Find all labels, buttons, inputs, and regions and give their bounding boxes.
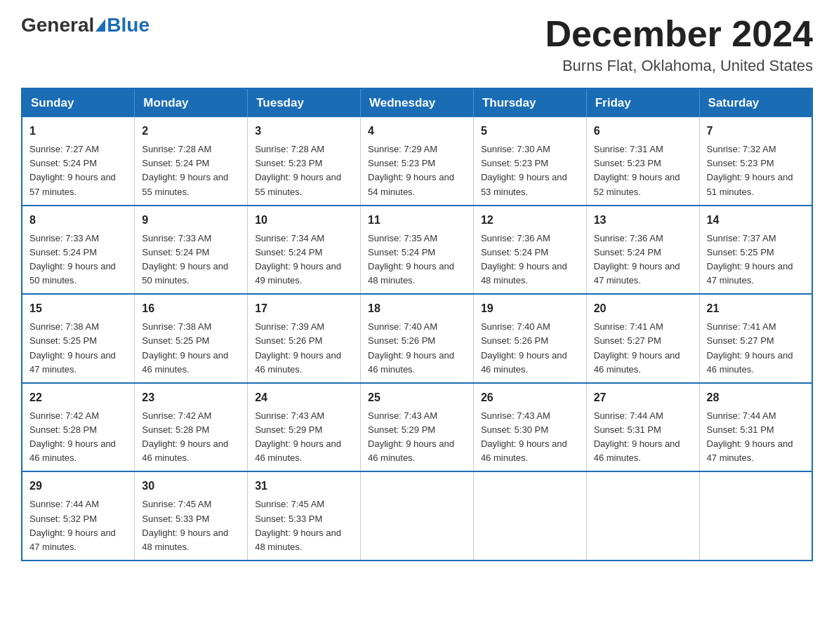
calendar-cell: 31 Sunrise: 7:45 AMSunset: 5:33 PMDaylig…	[248, 471, 361, 561]
day-number: 17	[255, 300, 353, 317]
day-info: Sunrise: 7:41 AMSunset: 5:27 PMDaylight:…	[707, 321, 793, 374]
calendar-cell: 26 Sunrise: 7:43 AMSunset: 5:30 PMDaylig…	[473, 383, 586, 472]
calendar-cell: 4 Sunrise: 7:29 AMSunset: 5:23 PMDayligh…	[361, 117, 474, 206]
calendar-cell: 3 Sunrise: 7:28 AMSunset: 5:23 PMDayligh…	[248, 117, 361, 206]
calendar-week-row: 8 Sunrise: 7:33 AMSunset: 5:24 PMDayligh…	[22, 206, 812, 295]
day-info: Sunrise: 7:43 AMSunset: 5:29 PMDaylight:…	[368, 410, 454, 463]
day-number: 11	[368, 212, 466, 229]
calendar-cell: 29 Sunrise: 7:44 AMSunset: 5:32 PMDaylig…	[22, 471, 135, 561]
day-number: 3	[255, 123, 353, 140]
calendar-cell: 20 Sunrise: 7:41 AMSunset: 5:27 PMDaylig…	[586, 294, 699, 383]
day-number: 4	[368, 123, 466, 140]
calendar-cell: 10 Sunrise: 7:34 AMSunset: 5:24 PMDaylig…	[248, 206, 361, 295]
day-info: Sunrise: 7:34 AMSunset: 5:24 PMDaylight:…	[255, 233, 341, 286]
day-number: 23	[142, 389, 240, 406]
day-info: Sunrise: 7:33 AMSunset: 5:24 PMDaylight:…	[29, 233, 116, 286]
logo-general-text: General	[21, 14, 94, 36]
day-info: Sunrise: 7:28 AMSunset: 5:23 PMDaylight:…	[255, 144, 341, 196]
day-number: 24	[255, 389, 353, 406]
calendar-cell: 30 Sunrise: 7:45 AMSunset: 5:33 PMDaylig…	[135, 471, 248, 561]
day-number: 19	[481, 300, 579, 317]
day-info: Sunrise: 7:36 AMSunset: 5:24 PMDaylight:…	[594, 233, 680, 286]
calendar-cell: 22 Sunrise: 7:42 AMSunset: 5:28 PMDaylig…	[22, 383, 135, 472]
day-number: 2	[142, 123, 240, 140]
day-info: Sunrise: 7:27 AMSunset: 5:24 PMDaylight:…	[29, 144, 116, 196]
calendar-day-header: Sunday	[22, 88, 135, 117]
day-number: 26	[481, 389, 579, 406]
day-number: 20	[594, 300, 692, 317]
day-info: Sunrise: 7:31 AMSunset: 5:23 PMDaylight:…	[594, 144, 680, 196]
logo-blue-text: Blue	[107, 14, 150, 36]
calendar-cell: 11 Sunrise: 7:35 AMSunset: 5:24 PMDaylig…	[361, 206, 474, 295]
calendar-cell	[361, 471, 474, 561]
day-info: Sunrise: 7:36 AMSunset: 5:24 PMDaylight:…	[481, 233, 567, 286]
day-info: Sunrise: 7:44 AMSunset: 5:31 PMDaylight:…	[594, 410, 680, 463]
day-info: Sunrise: 7:35 AMSunset: 5:24 PMDaylight:…	[368, 233, 454, 286]
day-info: Sunrise: 7:32 AMSunset: 5:23 PMDaylight:…	[707, 144, 793, 196]
calendar-cell: 27 Sunrise: 7:44 AMSunset: 5:31 PMDaylig…	[586, 383, 699, 472]
day-info: Sunrise: 7:41 AMSunset: 5:27 PMDaylight:…	[594, 321, 680, 374]
day-info: Sunrise: 7:29 AMSunset: 5:23 PMDaylight:…	[368, 144, 454, 196]
day-info: Sunrise: 7:42 AMSunset: 5:28 PMDaylight:…	[29, 410, 116, 463]
day-info: Sunrise: 7:44 AMSunset: 5:31 PMDaylight:…	[707, 410, 793, 463]
calendar-cell	[473, 471, 586, 561]
day-number: 29	[29, 478, 127, 495]
calendar-header-row: SundayMondayTuesdayWednesdayThursdayFrid…	[22, 88, 812, 117]
calendar-day-header: Thursday	[473, 88, 586, 117]
calendar-cell: 21 Sunrise: 7:41 AMSunset: 5:27 PMDaylig…	[699, 294, 812, 383]
day-number: 25	[368, 389, 466, 406]
calendar-day-header: Tuesday	[248, 88, 361, 117]
calendar-week-row: 1 Sunrise: 7:27 AMSunset: 5:24 PMDayligh…	[22, 117, 812, 206]
calendar-cell: 14 Sunrise: 7:37 AMSunset: 5:25 PMDaylig…	[699, 206, 812, 295]
calendar-cell: 19 Sunrise: 7:40 AMSunset: 5:26 PMDaylig…	[473, 294, 586, 383]
day-number: 9	[142, 212, 240, 229]
day-number: 5	[481, 123, 579, 140]
calendar-cell: 25 Sunrise: 7:43 AMSunset: 5:29 PMDaylig…	[361, 383, 474, 472]
page-header: General Blue December 2024 Burns Flat, O…	[21, 14, 813, 75]
day-number: 7	[707, 123, 805, 140]
calendar-cell: 15 Sunrise: 7:38 AMSunset: 5:25 PMDaylig…	[22, 294, 135, 383]
day-info: Sunrise: 7:38 AMSunset: 5:25 PMDaylight:…	[142, 321, 228, 374]
calendar-cell: 17 Sunrise: 7:39 AMSunset: 5:26 PMDaylig…	[248, 294, 361, 383]
day-number: 28	[707, 389, 805, 406]
calendar-cell: 9 Sunrise: 7:33 AMSunset: 5:24 PMDayligh…	[135, 206, 248, 295]
day-info: Sunrise: 7:43 AMSunset: 5:30 PMDaylight:…	[481, 410, 567, 463]
day-number: 13	[594, 212, 692, 229]
calendar-cell: 12 Sunrise: 7:36 AMSunset: 5:24 PMDaylig…	[473, 206, 586, 295]
calendar-day-header: Saturday	[699, 88, 812, 117]
day-number: 15	[29, 300, 127, 317]
calendar-cell: 5 Sunrise: 7:30 AMSunset: 5:23 PMDayligh…	[473, 117, 586, 206]
calendar-cell	[699, 471, 812, 561]
day-info: Sunrise: 7:40 AMSunset: 5:26 PMDaylight:…	[481, 321, 567, 374]
calendar-cell: 23 Sunrise: 7:42 AMSunset: 5:28 PMDaylig…	[135, 383, 248, 472]
calendar-cell: 8 Sunrise: 7:33 AMSunset: 5:24 PMDayligh…	[22, 206, 135, 295]
day-number: 21	[707, 300, 805, 317]
day-info: Sunrise: 7:40 AMSunset: 5:26 PMDaylight:…	[368, 321, 454, 374]
calendar-cell: 2 Sunrise: 7:28 AMSunset: 5:24 PMDayligh…	[135, 117, 248, 206]
calendar-cell: 1 Sunrise: 7:27 AMSunset: 5:24 PMDayligh…	[22, 117, 135, 206]
day-info: Sunrise: 7:45 AMSunset: 5:33 PMDaylight:…	[142, 499, 228, 551]
calendar-table: SundayMondayTuesdayWednesdayThursdayFrid…	[21, 88, 813, 561]
day-info: Sunrise: 7:42 AMSunset: 5:28 PMDaylight:…	[142, 410, 228, 463]
day-number: 10	[255, 212, 353, 229]
calendar-cell: 6 Sunrise: 7:31 AMSunset: 5:23 PMDayligh…	[586, 117, 699, 206]
day-number: 31	[255, 478, 353, 495]
day-info: Sunrise: 7:45 AMSunset: 5:33 PMDaylight:…	[255, 499, 341, 551]
day-number: 16	[142, 300, 240, 317]
calendar-cell: 16 Sunrise: 7:38 AMSunset: 5:25 PMDaylig…	[135, 294, 248, 383]
day-info: Sunrise: 7:33 AMSunset: 5:24 PMDaylight:…	[142, 233, 228, 286]
day-number: 22	[29, 389, 127, 406]
calendar-day-header: Friday	[586, 88, 699, 117]
day-info: Sunrise: 7:39 AMSunset: 5:26 PMDaylight:…	[255, 321, 341, 374]
title-section: December 2024 Burns Flat, Oklahoma, Unit…	[545, 14, 813, 75]
calendar-week-row: 29 Sunrise: 7:44 AMSunset: 5:32 PMDaylig…	[22, 471, 812, 561]
day-number: 1	[29, 123, 127, 140]
day-number: 6	[594, 123, 692, 140]
calendar-cell: 28 Sunrise: 7:44 AMSunset: 5:31 PMDaylig…	[699, 383, 812, 472]
day-number: 30	[142, 478, 240, 495]
day-info: Sunrise: 7:37 AMSunset: 5:25 PMDaylight:…	[707, 233, 793, 286]
calendar-cell: 13 Sunrise: 7:36 AMSunset: 5:24 PMDaylig…	[586, 206, 699, 295]
calendar-cell: 18 Sunrise: 7:40 AMSunset: 5:26 PMDaylig…	[361, 294, 474, 383]
month-title: December 2024	[545, 14, 813, 54]
day-number: 18	[368, 300, 466, 317]
